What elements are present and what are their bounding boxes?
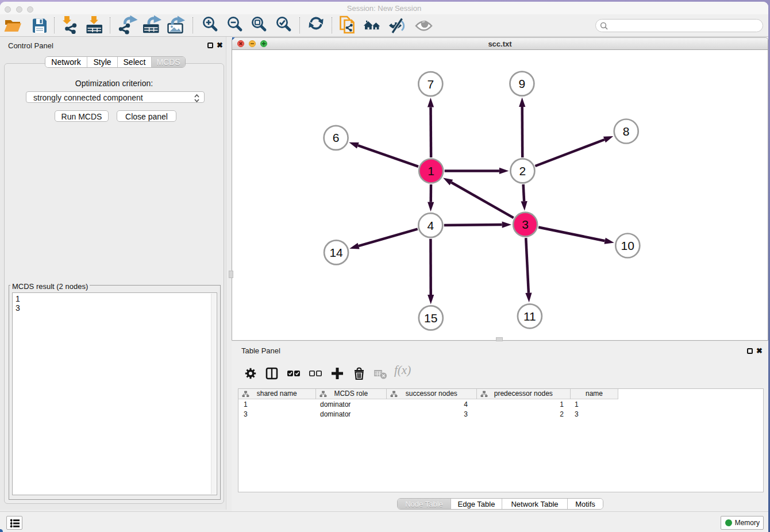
svg-text:9: 9 bbox=[519, 77, 526, 90]
svg-text:2: 2 bbox=[519, 164, 526, 178]
svg-text:14: 14 bbox=[329, 246, 343, 259]
svg-text:8: 8 bbox=[623, 125, 630, 138]
svg-text:11: 11 bbox=[523, 310, 536, 323]
svg-text:6: 6 bbox=[333, 131, 340, 144]
svg-text:3: 3 bbox=[522, 218, 529, 231]
svg-text:7: 7 bbox=[427, 78, 434, 91]
svg-text:15: 15 bbox=[424, 311, 437, 325]
svg-text:1: 1 bbox=[428, 164, 434, 178]
svg-text:10: 10 bbox=[621, 239, 634, 252]
svg-text:4: 4 bbox=[427, 219, 434, 232]
